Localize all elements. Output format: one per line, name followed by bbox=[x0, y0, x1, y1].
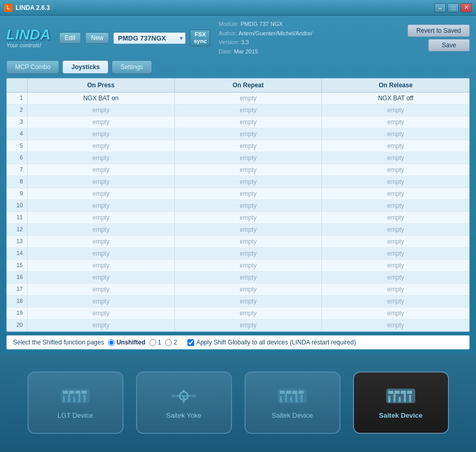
apply-shift-checkbox[interactable] bbox=[187, 339, 194, 346]
on-press-cell[interactable]: empty bbox=[28, 320, 175, 331]
table-row[interactable]: 9emptyemptyempty bbox=[7, 188, 469, 200]
table-row[interactable]: 8emptyemptyempty bbox=[7, 176, 469, 188]
module-dropdown[interactable]: PMDG 737NGX Default FSLabs A320 bbox=[113, 32, 186, 44]
on-release-cell[interactable]: empty bbox=[322, 296, 469, 307]
unshifted-radio[interactable] bbox=[108, 339, 115, 346]
table-row[interactable]: 12emptyemptyempty bbox=[7, 224, 469, 236]
table-row[interactable]: 19emptyemptyempty bbox=[7, 308, 469, 320]
page1-radio[interactable] bbox=[149, 339, 156, 346]
on-release-cell[interactable]: empty bbox=[322, 140, 469, 152]
on-release-cell[interactable]: empty bbox=[322, 248, 469, 259]
page2-radio[interactable] bbox=[165, 339, 172, 346]
on-repeat-cell[interactable]: empty bbox=[175, 92, 322, 104]
on-release-cell[interactable]: empty bbox=[322, 272, 469, 283]
table-row[interactable]: 2emptyemptyempty bbox=[7, 104, 469, 116]
on-repeat-cell[interactable]: empty bbox=[175, 308, 322, 319]
joysticks-tab[interactable]: Joysticks bbox=[62, 60, 108, 74]
table-row[interactable]: 16emptyemptyempty bbox=[7, 272, 469, 284]
table-row[interactable]: 10emptyemptyempty bbox=[7, 200, 469, 212]
on-release-cell[interactable]: empty bbox=[322, 164, 469, 176]
save-button[interactable]: Save bbox=[428, 39, 470, 51]
table-row[interactable]: 11emptyemptyempty bbox=[7, 212, 469, 224]
on-press-cell[interactable]: empty bbox=[28, 272, 175, 283]
on-repeat-cell[interactable]: empty bbox=[175, 212, 322, 223]
maximize-button[interactable]: □ bbox=[447, 3, 459, 12]
table-row[interactable]: 18emptyemptyempty bbox=[7, 296, 469, 308]
on-repeat-cell[interactable]: empty bbox=[175, 140, 322, 152]
edit-button[interactable]: Edit bbox=[59, 32, 81, 44]
new-button[interactable]: New bbox=[85, 32, 109, 44]
on-repeat-cell[interactable]: empty bbox=[175, 236, 322, 247]
fsx-sync-button[interactable]: FSX sync bbox=[190, 30, 210, 46]
revert-button[interactable]: Revert to Saved bbox=[407, 24, 470, 37]
on-repeat-cell[interactable]: empty bbox=[175, 104, 322, 116]
on-repeat-cell[interactable]: empty bbox=[175, 176, 322, 188]
on-release-cell[interactable]: empty bbox=[322, 104, 469, 116]
table-row[interactable]: 1NGX BAT onemptyNGX BAT off bbox=[7, 92, 469, 104]
on-repeat-cell[interactable]: empty bbox=[175, 128, 322, 140]
on-press-cell[interactable]: empty bbox=[28, 140, 175, 152]
on-press-cell[interactable]: empty bbox=[28, 116, 175, 128]
mcp-combo-tab[interactable]: MCP Combo bbox=[6, 60, 59, 74]
on-release-cell[interactable]: empty bbox=[322, 176, 469, 188]
on-release-cell[interactable]: empty bbox=[322, 152, 469, 164]
on-repeat-cell[interactable]: empty bbox=[175, 284, 322, 295]
apply-shift-label[interactable]: Apply Shift Globally to all devices (LIN… bbox=[187, 339, 356, 346]
on-repeat-cell[interactable]: empty bbox=[175, 164, 322, 176]
saitek-device2-button[interactable]: Saitek Device bbox=[353, 371, 449, 434]
on-press-cell[interactable]: empty bbox=[28, 104, 175, 116]
on-repeat-cell[interactable]: empty bbox=[175, 320, 322, 331]
minimize-button[interactable]: – bbox=[434, 3, 446, 12]
on-release-cell[interactable]: empty bbox=[322, 128, 469, 140]
on-release-cell[interactable]: NGX BAT off bbox=[322, 92, 469, 104]
on-release-cell[interactable]: empty bbox=[322, 200, 469, 211]
on-repeat-cell[interactable]: empty bbox=[175, 296, 322, 307]
on-press-cell[interactable]: empty bbox=[28, 176, 175, 188]
on-repeat-cell[interactable]: empty bbox=[175, 224, 322, 235]
on-press-cell[interactable]: empty bbox=[28, 248, 175, 259]
table-row[interactable]: 13emptyemptyempty bbox=[7, 236, 469, 248]
table-row[interactable]: 7emptyemptyempty bbox=[7, 164, 469, 176]
on-press-cell[interactable]: empty bbox=[28, 308, 175, 319]
lgt-device-button[interactable]: LGT Device bbox=[28, 371, 124, 434]
on-repeat-cell[interactable]: empty bbox=[175, 248, 322, 259]
on-press-cell[interactable]: empty bbox=[28, 152, 175, 164]
on-press-cell[interactable]: empty bbox=[28, 128, 175, 140]
table-row[interactable]: 6emptyemptyempty bbox=[7, 152, 469, 164]
on-release-cell[interactable]: empty bbox=[322, 308, 469, 319]
on-release-cell[interactable]: empty bbox=[322, 188, 469, 200]
on-repeat-cell[interactable]: empty bbox=[175, 200, 322, 211]
on-repeat-cell[interactable]: empty bbox=[175, 116, 322, 128]
on-release-cell[interactable]: empty bbox=[322, 236, 469, 247]
on-repeat-cell[interactable]: empty bbox=[175, 188, 322, 200]
on-repeat-cell[interactable]: empty bbox=[175, 260, 322, 271]
page2-radio-label[interactable]: 2 bbox=[165, 339, 177, 346]
unshifted-radio-label[interactable]: Unshifted bbox=[108, 339, 145, 346]
table-row[interactable]: 5emptyemptyempty bbox=[7, 140, 469, 152]
on-release-cell[interactable]: empty bbox=[322, 116, 469, 128]
on-press-cell[interactable]: empty bbox=[28, 200, 175, 211]
on-repeat-cell[interactable]: empty bbox=[175, 272, 322, 283]
saitek-yoke-button[interactable]: Saitek Yoke bbox=[136, 371, 232, 434]
on-press-cell[interactable]: empty bbox=[28, 284, 175, 295]
on-press-cell[interactable]: empty bbox=[28, 188, 175, 200]
settings-tab[interactable]: Settings bbox=[112, 60, 152, 74]
on-press-cell[interactable]: empty bbox=[28, 236, 175, 247]
page1-radio-label[interactable]: 1 bbox=[149, 339, 161, 346]
table-row[interactable]: 17emptyemptyempty bbox=[7, 284, 469, 296]
on-press-cell[interactable]: empty bbox=[28, 212, 175, 223]
table-row[interactable]: 4emptyemptyempty bbox=[7, 128, 469, 140]
on-press-cell[interactable]: NGX BAT on bbox=[28, 92, 175, 104]
saitek-device1-button[interactable]: Saitek Device bbox=[244, 371, 341, 434]
table-row[interactable]: 3emptyemptyempty bbox=[7, 116, 469, 128]
table-row[interactable]: 20emptyemptyempty bbox=[7, 320, 469, 331]
table-row[interactable]: 14emptyemptyempty bbox=[7, 248, 469, 260]
on-release-cell[interactable]: empty bbox=[322, 224, 469, 235]
on-press-cell[interactable]: empty bbox=[28, 164, 175, 176]
on-release-cell[interactable]: empty bbox=[322, 260, 469, 271]
on-press-cell[interactable]: empty bbox=[28, 224, 175, 235]
on-press-cell[interactable]: empty bbox=[28, 296, 175, 307]
close-button[interactable]: ✕ bbox=[460, 3, 472, 12]
on-release-cell[interactable]: empty bbox=[322, 212, 469, 223]
on-release-cell[interactable]: empty bbox=[322, 284, 469, 295]
